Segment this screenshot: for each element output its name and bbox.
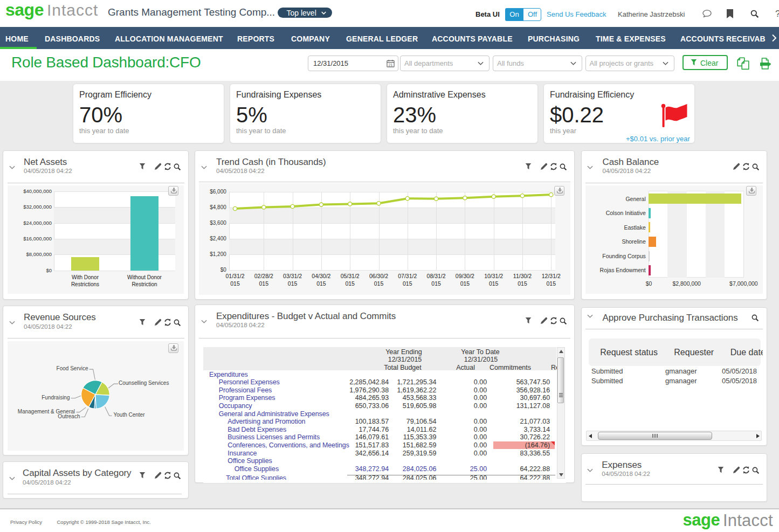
svg-text:21: 21 bbox=[389, 63, 393, 67]
